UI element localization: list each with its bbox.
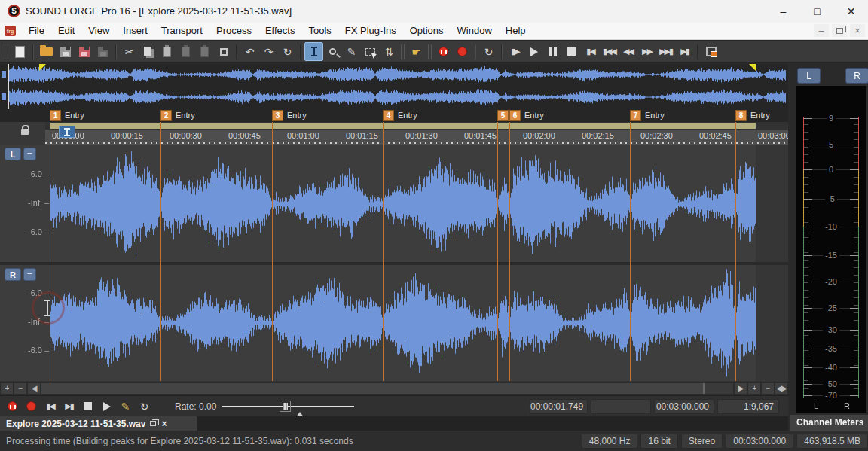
play-button[interactable] (524, 42, 543, 61)
snap-button[interactable]: ☛ (407, 42, 426, 61)
marker-3-badge[interactable]: 3 (272, 110, 283, 121)
zoom-in-button[interactable]: + (0, 382, 14, 395)
marker-2-line[interactable] (160, 122, 161, 381)
menu-tools[interactable]: Tools (301, 23, 338, 40)
go-to-start-button[interactable]: ▮◀ (41, 398, 60, 415)
zoom-out-button[interactable]: − (14, 382, 27, 395)
edit-tool-button[interactable] (304, 42, 323, 61)
minimize-button[interactable]: – (766, 0, 800, 23)
loop-playback-button[interactable]: ↻ (479, 42, 498, 61)
menu-help[interactable]: Help (499, 23, 533, 40)
trim-button[interactable] (214, 42, 233, 61)
marker-7-line[interactable] (630, 122, 631, 381)
channel-l-minimize-button[interactable]: – (23, 148, 36, 160)
scroll-left-button[interactable]: ◀ (27, 382, 41, 395)
new-file-button[interactable] (11, 42, 29, 61)
record-remote-button[interactable] (434, 42, 453, 61)
go-to-end-button[interactable]: ▶▮ (675, 42, 694, 61)
meter-left-channel-button[interactable]: L (797, 68, 821, 84)
selection-tool-button[interactable] (361, 42, 380, 61)
menu-view[interactable]: View (81, 23, 116, 40)
pause-button[interactable] (543, 42, 562, 61)
forward-button[interactable]: ▶▶ (637, 42, 656, 61)
save-as-button[interactable] (75, 42, 93, 61)
marker-5-badge[interactable]: 5 (497, 110, 509, 121)
undo-button[interactable]: ↶ (240, 42, 259, 61)
play-all-button[interactable]: ▮▶ (506, 42, 524, 61)
menu-transport[interactable]: Transport (154, 23, 209, 40)
pencil-tool-button[interactable]: ✎ (342, 42, 361, 61)
marker-2-badge[interactable]: 2 (160, 110, 172, 121)
edit-tool-indicator-icon[interactable] (59, 126, 75, 138)
marker-4-badge[interactable]: 4 (383, 110, 394, 121)
overview-cursor[interactable] (8, 64, 9, 109)
lock-icon[interactable] (21, 129, 29, 135)
marker-8-line[interactable] (735, 122, 736, 381)
loop-playback-button[interactable]: ↻ (135, 398, 154, 415)
channel-l-button[interactable]: L (5, 148, 21, 160)
doc-minimize-button[interactable]: – (814, 24, 829, 37)
scrollbar-track[interactable] (41, 382, 734, 395)
marker-8-badge[interactable]: 8 (735, 110, 747, 121)
marker-1-badge[interactable]: 1 (50, 110, 61, 121)
close-button[interactable]: ✕ (834, 0, 868, 23)
doc-restore-button[interactable] (832, 24, 847, 37)
marker-6-badge[interactable]: 6 (509, 110, 521, 121)
fit-width-button[interactable]: ◀▶ (775, 382, 788, 395)
copy-button[interactable] (139, 42, 157, 61)
selection-end-box[interactable]: 00:03:00.000 (654, 399, 714, 414)
zoom-tool-button[interactable] (323, 42, 342, 61)
scroll-right-button[interactable]: ▶ (734, 382, 747, 395)
forward-all-button[interactable]: ▶▶▮ (656, 42, 675, 61)
doc-close-button[interactable]: × (850, 24, 865, 37)
insert-marker-button[interactable]: ✎ (116, 398, 135, 415)
stop-button[interactable] (562, 42, 581, 61)
rate-slider[interactable] (222, 406, 354, 407)
tab-close-icon[interactable]: × (161, 419, 170, 429)
overview-bar[interactable] (0, 64, 788, 109)
rate-slider-handle[interactable] (280, 401, 291, 412)
time-ruler[interactable]: 00:00:0000:00:1500:00:3000:00:4500:01:00… (0, 130, 788, 145)
zoom-ratio-box[interactable]: 1:9,067 (717, 399, 779, 414)
menu-process[interactable]: Process (209, 23, 258, 40)
marker-4-line[interactable] (383, 122, 384, 381)
channel-r-minimize-button[interactable]: – (23, 268, 36, 281)
maximize-button[interactable]: □ (800, 0, 834, 23)
repeat-button[interactable]: ↻ (278, 42, 297, 61)
time-zoom-out-button[interactable]: − (761, 382, 775, 395)
save-button[interactable] (56, 42, 75, 61)
envelope-tool-button[interactable]: ⇅ (380, 42, 399, 61)
meter-right-channel-button[interactable]: R (845, 68, 868, 84)
marker-row[interactable]: 1Entry2Entry3Entry4Entry56Entry7Entry8En… (0, 109, 788, 122)
play-button[interactable] (97, 398, 116, 415)
rewind-all-button[interactable]: ▮◀◀ (600, 42, 619, 61)
save-all-button[interactable] (93, 42, 112, 61)
paste-button[interactable] (157, 42, 176, 61)
loop-region-bar[interactable] (50, 123, 756, 129)
external-monitor-button[interactable] (701, 42, 720, 61)
rewind-button[interactable]: ◀◀ (619, 42, 637, 61)
marker-6-line[interactable] (509, 122, 510, 381)
cut-button[interactable]: ✂ (120, 42, 139, 61)
sample-rate-field[interactable]: 48,000 Hz (582, 434, 638, 449)
record-button[interactable] (453, 42, 472, 61)
selection-start-box[interactable] (591, 399, 651, 414)
length-field[interactable]: 00:03:00.000 (726, 434, 793, 449)
marker-5-line[interactable] (497, 122, 498, 381)
go-to-end-button[interactable]: ▶▮ (60, 398, 78, 415)
scrollbar-thumb[interactable] (41, 383, 705, 394)
free-space-field[interactable]: 463,918.5 MB (796, 434, 868, 449)
document-tab[interactable]: Explore 2025-03-12 11-51-35.wav × (0, 416, 197, 431)
waveform-pane-right[interactable]: R–-6.0-Inf.-6.0 (0, 265, 788, 381)
menu-edit[interactable]: Edit (51, 23, 81, 40)
channel-r-button[interactable]: R (5, 268, 21, 281)
waveform-pane-left[interactable]: L–-6.0-Inf.-6.0 (0, 145, 788, 264)
marker-7-badge[interactable]: 7 (630, 110, 641, 121)
bit-depth-field[interactable]: 16 bit (640, 434, 677, 449)
paste-to-new-button[interactable] (195, 42, 214, 61)
overview-waveform[interactable] (8, 64, 786, 109)
loop-start-handle[interactable] (39, 64, 46, 71)
menu-file[interactable]: File (22, 23, 51, 40)
loop-end-handle[interactable] (749, 64, 756, 71)
open-file-button[interactable] (37, 42, 56, 61)
